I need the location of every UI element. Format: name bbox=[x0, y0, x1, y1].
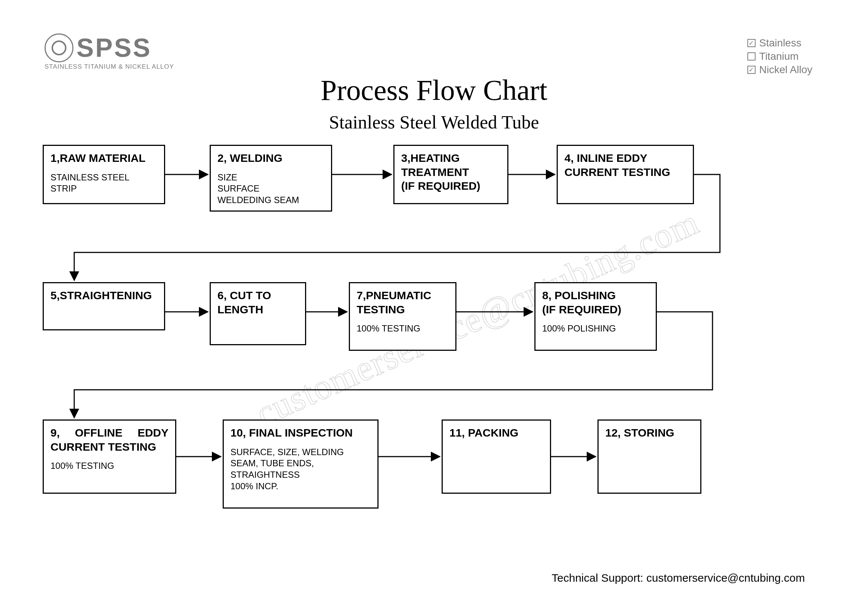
checkbox-icon: ✓ bbox=[747, 39, 756, 47]
step-title: 8, POLISHING(IF REQUIRED) bbox=[542, 288, 649, 316]
step-9-offline-eddy: 9, OFFLINE EDDY CURRENT TESTING 100% TES… bbox=[43, 420, 176, 494]
step-1-raw-material: 1,RAW MATERIAL STAINLESS STEEL STRIP bbox=[43, 145, 165, 204]
logo-name: SPSS bbox=[76, 35, 152, 61]
step-2-welding: 2, WELDING SIZESURFACEWELDEDING SEAM bbox=[210, 145, 332, 212]
material-checkboxes: ✓ Stainless Titanium ✓ Nickel Alloy bbox=[747, 37, 812, 77]
step-detail: 100% POLISHING bbox=[542, 323, 649, 335]
page-subtitle: Stainless Steel Welded Tube bbox=[0, 112, 868, 133]
step-title: 7,PNEUMATIC TESTING bbox=[356, 288, 449, 316]
step-4-inline-eddy: 4, INLINE EDDY CURRENT TESTING bbox=[556, 145, 694, 204]
footer-support: Technical Support: customerservice@cntub… bbox=[552, 572, 805, 584]
step-detail: SIZESURFACEWELDEDING SEAM bbox=[217, 172, 324, 206]
step-detail: 100% TESTING bbox=[356, 323, 449, 335]
checkbox-icon: ✓ bbox=[747, 66, 756, 74]
logo: SPSS STAINLESS TITANIUM & NICKEL ALLOY bbox=[45, 33, 174, 71]
step-8-polishing: 8, POLISHING(IF REQUIRED) 100% POLISHING bbox=[535, 282, 657, 351]
step-6-cut-to-length: 6, CUT TO LENGTH bbox=[210, 282, 306, 345]
checkbox-icon bbox=[747, 52, 756, 60]
step-title: 10, FINAL INSPECTION bbox=[231, 426, 371, 440]
check-titanium: Titanium bbox=[747, 51, 812, 62]
step-title: 11, PACKING bbox=[450, 426, 543, 440]
step-12-storing: 12, STORING bbox=[597, 420, 701, 494]
check-label: Titanium bbox=[759, 51, 798, 62]
check-label: Stainless bbox=[759, 37, 801, 49]
step-detail: STAINLESS STEEL STRIP bbox=[50, 172, 157, 194]
page-title: Process Flow Chart bbox=[0, 73, 868, 107]
step-title: 9, OFFLINE EDDY CURRENT TESTING bbox=[50, 426, 169, 454]
step-title: 6, CUT TO LENGTH bbox=[217, 288, 298, 316]
step-10-final-inspection: 10, FINAL INSPECTION SURFACE, SIZE, WELD… bbox=[223, 420, 378, 509]
step-title: 2, WELDING bbox=[217, 151, 324, 165]
step-7-pneumatic: 7,PNEUMATIC TESTING 100% TESTING bbox=[349, 282, 456, 351]
step-title: 3,HEATING TREATMENT(IF REQUIRED) bbox=[401, 151, 501, 193]
logo-mark-icon bbox=[45, 33, 73, 62]
step-detail: SURFACE, SIZE, WELDING SEAM, TUBE ENDS, … bbox=[231, 447, 371, 492]
step-detail: 100% TESTING bbox=[50, 460, 169, 472]
logo-tagline: STAINLESS TITANIUM & NICKEL ALLOY bbox=[45, 63, 174, 71]
step-title: 4, INLINE EDDY CURRENT TESTING bbox=[564, 151, 686, 179]
step-11-packing: 11, PACKING bbox=[442, 420, 551, 494]
step-5-straightening: 5,STRAIGHTENING bbox=[43, 282, 165, 330]
step-title: 5,STRAIGHTENING bbox=[50, 288, 157, 302]
step-title: 12, STORING bbox=[605, 426, 694, 440]
step-title: 1,RAW MATERIAL bbox=[50, 151, 157, 165]
step-3-heating: 3,HEATING TREATMENT(IF REQUIRED) bbox=[394, 145, 508, 204]
check-stainless: ✓ Stainless bbox=[747, 37, 812, 49]
